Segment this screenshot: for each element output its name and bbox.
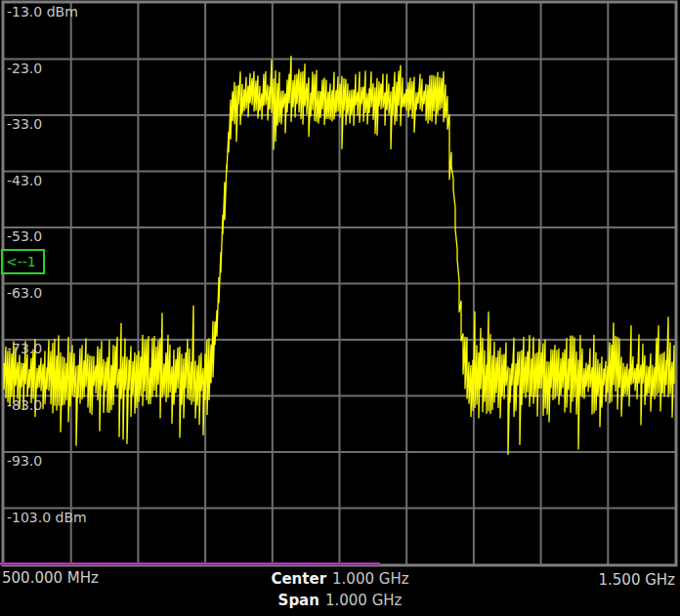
- center-frequency-caption: Center: [271, 570, 326, 588]
- y-axis-label: -83.0: [7, 398, 42, 413]
- spectrum-analyzer-screen: -13.0 dBm-23.0-33.0-43.0-53.0-63.0-73.0-…: [0, 0, 680, 616]
- y-axis-label: -63.0: [7, 286, 42, 301]
- y-axis-label: -93.0: [7, 454, 42, 469]
- center-frequency-readout: Center1.000 GHz: [0, 570, 680, 588]
- y-axis-label: -33.0: [7, 117, 42, 132]
- y-axis-label: -13.0 dBm: [7, 5, 78, 20]
- y-axis-label: -103.0 dBm: [7, 511, 87, 525]
- span-value: 1.000 GHz: [325, 592, 403, 609]
- y-axis-label: -73.0: [7, 342, 42, 356]
- marker-1-offscreen-indicator: <--1: [1, 249, 45, 274]
- center-frequency-value: 1.000 GHz: [332, 570, 409, 588]
- limit-line: [0, 562, 380, 565]
- y-axis-label: -53.0: [7, 229, 42, 244]
- span-caption: Span: [278, 592, 319, 609]
- plot-area: [0, 0, 680, 616]
- y-axis-label: -23.0: [7, 62, 42, 76]
- span-readout: Span1.000 GHz: [0, 592, 680, 609]
- y-axis-label: -43.0: [7, 174, 42, 188]
